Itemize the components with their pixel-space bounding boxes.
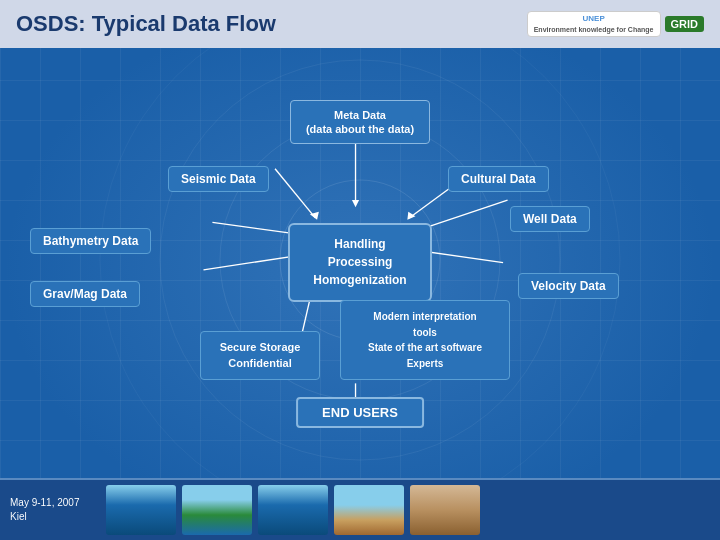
meta-data-box: Meta Data (data about the data) bbox=[290, 100, 430, 144]
unep-text: UNEP bbox=[534, 14, 654, 24]
main-content: Meta Data (data about the data) Seismic … bbox=[0, 48, 720, 488]
thumbnail-1 bbox=[106, 485, 176, 535]
end-users-box: END USERS bbox=[296, 397, 424, 428]
footer: May 9-11, 2007 Kiel bbox=[0, 478, 720, 540]
seismic-data-box: Seismic Data bbox=[168, 166, 269, 192]
logo-area: UNEP Environment knowledge for Change GR… bbox=[527, 11, 704, 36]
unep-logo: UNEP Environment knowledge for Change bbox=[527, 11, 661, 36]
hub-box: Handling Processing Homogenization bbox=[288, 223, 432, 302]
footer-date-location: May 9-11, 2007 Kiel bbox=[10, 496, 90, 524]
svg-line-6 bbox=[275, 169, 315, 218]
svg-marker-13 bbox=[407, 212, 415, 220]
thumbnail-4 bbox=[334, 485, 404, 535]
svg-marker-7 bbox=[310, 212, 319, 220]
svg-marker-5 bbox=[352, 200, 359, 207]
page-title: OSDS: Typical Data Flow bbox=[16, 11, 527, 37]
velocity-data-box: Velocity Data bbox=[518, 273, 619, 299]
grid-logo: GRID bbox=[665, 16, 705, 32]
secure-storage-box: Secure Storage Confidential bbox=[200, 331, 320, 380]
header: OSDS: Typical Data Flow UNEP Environment… bbox=[0, 0, 720, 48]
modern-tools-box: Modern interpretation tools State of the… bbox=[340, 300, 510, 380]
grav-mag-data-box: Grav/Mag Data bbox=[30, 281, 140, 307]
thumbnail-3 bbox=[258, 485, 328, 535]
thumbnail-5 bbox=[410, 485, 480, 535]
thumbnail-2 bbox=[182, 485, 252, 535]
bathymetry-data-box: Bathymetry Data bbox=[30, 228, 151, 254]
cultural-data-box: Cultural Data bbox=[448, 166, 549, 192]
well-data-box: Well Data bbox=[510, 206, 590, 232]
